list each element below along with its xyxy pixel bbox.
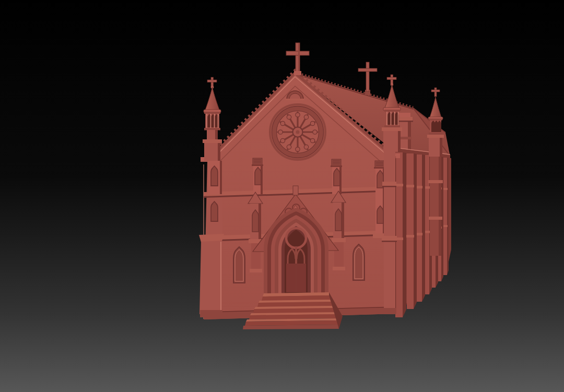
rose-window	[270, 104, 325, 160]
lantern-openings	[431, 121, 441, 132]
pilaster-3	[331, 159, 342, 194]
chimney-cap-top	[399, 113, 410, 117]
niche	[211, 166, 218, 186]
right-corner-buttress	[382, 151, 397, 314]
pinnacle-base-coping	[203, 139, 222, 143]
pinnacle-cross-shaft	[434, 88, 437, 97]
pilaster-2	[252, 158, 263, 194]
lantern-top-band	[384, 110, 400, 112]
niche	[335, 209, 342, 231]
side-buttress-2	[406, 153, 417, 309]
sculpt-viewport-canvas[interactable]	[0, 0, 564, 392]
niche	[252, 210, 258, 232]
lantern-openings	[207, 114, 219, 128]
lantern-bottom-band	[384, 125, 400, 128]
side-buttress-1	[395, 152, 406, 317]
corner-buttress-lower	[199, 241, 222, 314]
pinnacle-pier-coping	[427, 135, 444, 138]
rose-hub-center	[296, 130, 300, 134]
pinnacle-cross-arms	[387, 77, 396, 80]
lantern-top-band	[429, 118, 442, 121]
cross-shaft-shade	[298, 43, 300, 74]
niche	[255, 168, 261, 185]
cross-arms	[286, 51, 309, 55]
side-buttress-7	[443, 158, 449, 275]
lantern-bottom-band	[429, 133, 442, 135]
pinnacle-cross-arms	[431, 90, 440, 92]
pinnacle-pier-coping	[382, 127, 402, 131]
niche	[377, 206, 383, 224]
corner-foot	[200, 310, 222, 317]
lantern-openings	[387, 112, 399, 125]
lantern-top-band	[204, 112, 220, 114]
niche	[211, 201, 218, 221]
ridge-cross-arms	[358, 68, 377, 72]
niche	[334, 169, 340, 186]
lantern-bottom-band	[204, 128, 220, 130]
ridge-cross-shaft	[366, 62, 369, 91]
cross-base	[294, 71, 301, 75]
hood-finial	[293, 186, 298, 195]
pinnacle-cross-arms	[207, 80, 217, 82]
document-canvas	[0, 0, 564, 392]
